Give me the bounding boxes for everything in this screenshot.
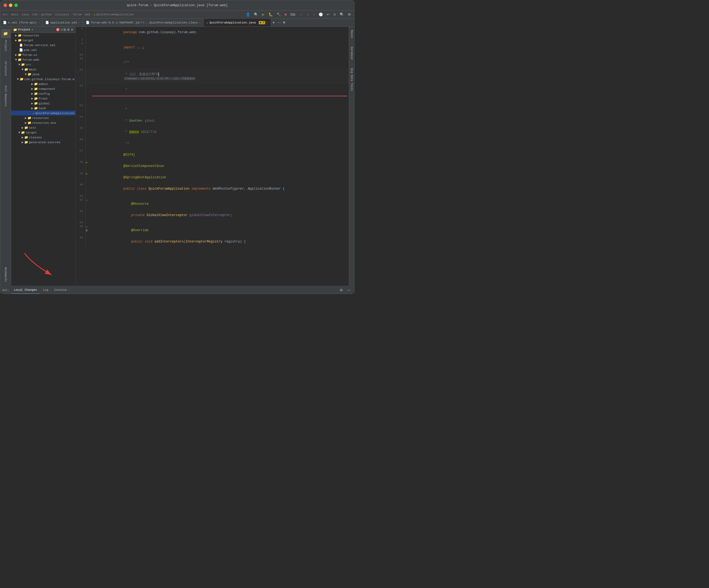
- tree-item-global[interactable]: ▶ 📁 global: [11, 101, 76, 106]
- tab-nxml-close[interactable]: ✕: [38, 21, 40, 24]
- line-code[interactable]: @ServletComponentScan: [90, 160, 349, 172]
- gutter-reload-icon[interactable]: ↻: [86, 199, 88, 202]
- bc-com[interactable]: com: [32, 13, 37, 16]
- tab-nxml[interactable]: 📄 n.xml (form-api) ✕: [0, 19, 43, 26]
- tree-item-java[interactable]: ▼ 📁 java: [11, 72, 76, 77]
- gutter-run2-icon[interactable]: ▶: [86, 172, 88, 175]
- tree-collapse-btn[interactable]: ≡: [61, 28, 62, 31]
- line-code[interactable]: public void addInterceptors(InterceptorR…: [90, 236, 349, 247]
- line-code[interactable]: public class QuickForumApplication imple…: [90, 183, 349, 194]
- sidebar-bookmarks-label[interactable]: Bookmarks: [3, 266, 7, 284]
- panel-collapse-btn[interactable]: —: [346, 287, 352, 293]
- bc-src[interactable]: src: [2, 13, 8, 16]
- close-button[interactable]: [3, 3, 7, 7]
- line-code[interactable]: @Resource: [90, 198, 349, 210]
- git-push[interactable]: ↑: [312, 12, 316, 17]
- line-code[interactable]: *: [90, 84, 349, 104]
- tree-locate-btn[interactable]: 🎯: [56, 28, 60, 31]
- tree-item-pom[interactable]: 📄 pom.xml: [11, 48, 76, 52]
- tree-dropdown[interactable]: ▾: [31, 28, 33, 31]
- tree-close-btn[interactable]: ✕: [71, 28, 73, 31]
- more-tabs-btn[interactable]: ▾: [271, 21, 276, 25]
- tree-sort-btn[interactable]: ⊞: [63, 28, 66, 31]
- settings-gear-btn[interactable]: ⚙: [338, 287, 344, 293]
- tree-item-config[interactable]: ▶ 📁 config: [11, 91, 76, 96]
- sidebar-pullrequests-label[interactable]: Pull Requests: [3, 84, 7, 108]
- sidebar-structure-label[interactable]: Structure: [3, 60, 7, 77]
- run-btn[interactable]: ▶: [261, 12, 266, 17]
- tree-item-generated[interactable]: ▶ 📁 generated-sources: [11, 140, 76, 144]
- gutter-run-icon[interactable]: ▶: [86, 161, 88, 164]
- line-code[interactable]: [90, 53, 349, 57]
- tab-yml[interactable]: 📄 application.yml ✕: [43, 19, 83, 26]
- line-code[interactable]: *: [90, 104, 349, 115]
- sidebar-project-label[interactable]: Project: [3, 38, 7, 53]
- tab-console[interactable]: Console ✕: [52, 286, 72, 294]
- editor-scroll[interactable]: 1 package com.github.liuyueyi.forum.web;…: [76, 27, 349, 286]
- tab-local-changes[interactable]: Local Changes: [11, 286, 40, 294]
- tab-settings-btn[interactable]: ⋯: [276, 20, 282, 25]
- tab-log[interactable]: Log: [40, 286, 51, 294]
- tree-item-hook[interactable]: ▶ 📁 hook: [11, 106, 76, 111]
- user-icon[interactable]: 👤: [245, 12, 251, 17]
- tree-item-iml[interactable]: 📋 forum-service.iml: [11, 43, 76, 48]
- line-code[interactable]: @SpringBootApplication: [90, 172, 349, 183]
- git-history[interactable]: 🕐: [318, 12, 324, 17]
- tree-settings-btn[interactable]: ⚙: [67, 28, 70, 31]
- tree-item-test[interactable]: ▶ 📁 test: [11, 125, 76, 130]
- debug-btn[interactable]: 🐛: [267, 12, 274, 17]
- line-code[interactable]: package com.github.liuyueyi.forum.web;: [90, 27, 349, 38]
- line-code[interactable]: * @date 2022/7/6: [90, 127, 349, 138]
- bc-forum[interactable]: forum: [73, 13, 82, 16]
- maven-icon[interactable]: m: [283, 21, 285, 25]
- console-close[interactable]: ✕: [68, 288, 69, 292]
- search-btn[interactable]: 🔍: [339, 12, 345, 17]
- database-panel-label[interactable]: Database: [350, 46, 354, 61]
- sidebar-project-btn[interactable]: 📁: [1, 29, 10, 38]
- tab-class[interactable]: 📄 forum-web-0.0.1-SNAPSHOT.jar!/...Quick…: [83, 19, 204, 26]
- line-code[interactable]: import ...;: [90, 42, 349, 53]
- line-code[interactable]: @Slf4j: [90, 149, 349, 160]
- tree-item-target1[interactable]: ▶ 📁 target: [11, 38, 76, 43]
- git-undo[interactable]: ↩: [325, 12, 331, 17]
- line-code[interactable]: [90, 194, 349, 198]
- tab-java-close[interactable]: ✕: [266, 21, 268, 24]
- line-code[interactable]: [90, 221, 349, 225]
- tree-item-forum-ui[interactable]: ▶ 📁 forum-ui: [11, 52, 76, 57]
- line-code[interactable]: * @author yihui: [90, 115, 349, 127]
- tree-item-src[interactable]: ▼ 📁 src: [11, 62, 76, 67]
- bc-web[interactable]: web: [85, 13, 90, 16]
- gutter-override-icon[interactable]: ◎: [86, 225, 87, 228]
- tree-item-resources2[interactable]: ▶ 📁 resources: [11, 115, 76, 120]
- bc-java[interactable]: java: [22, 13, 29, 16]
- line-code[interactable]: */: [90, 138, 349, 149]
- settings-btn[interactable]: ⚙: [347, 12, 352, 17]
- git-check2[interactable]: ✓: [306, 12, 311, 17]
- line-code[interactable]: [90, 38, 349, 42]
- tree-item-admin[interactable]: ▶ 📁 admin: [11, 81, 76, 86]
- tree-item-component[interactable]: ▶ 📁 component: [11, 86, 76, 91]
- bc-class[interactable]: ☕QuickForumApplication: [94, 13, 134, 16]
- tree-item-resources[interactable]: ▶ 📁 resources: [11, 33, 76, 38]
- stop-btn[interactable]: ■: [284, 12, 288, 17]
- build-btn[interactable]: 🔨: [275, 12, 282, 17]
- bigdata-panel-label[interactable]: Big Data Tools: [350, 67, 354, 92]
- line-code[interactable]: @Override: [90, 225, 349, 236]
- bc-main[interactable]: main: [11, 13, 18, 16]
- tree-item-target2[interactable]: ▼ 📁 target: [11, 130, 76, 135]
- tab-yml-close[interactable]: ✕: [79, 21, 80, 24]
- tree-item-forum-web[interactable]: ▼ 📁 forum-web: [11, 57, 76, 62]
- tree-item-quickforum[interactable]: ☕ QuickForumApplication: [11, 111, 76, 115]
- tab-java[interactable]: ☕ QuickForumApplication.java ▲ 2 ✕: [204, 19, 271, 26]
- line-code[interactable]: * 入口，直接运行即可 itwanger, 10/13/22, 8:57 PM …: [90, 68, 349, 84]
- tree-item-front[interactable]: ▶ 📁 front: [11, 96, 76, 101]
- translate-btn[interactable]: A: [332, 12, 337, 17]
- tree-item-resources-env[interactable]: ▶ 📁 resources-env: [11, 120, 76, 125]
- tree-item-main[interactable]: ▼ 📁 main: [11, 67, 76, 72]
- line-code[interactable]: private GlobalViewInterceptor globalView…: [90, 210, 349, 221]
- line-code[interactable]: /**: [90, 57, 349, 68]
- maximize-button[interactable]: [14, 3, 18, 7]
- tab-class-close[interactable]: ✕: [199, 21, 201, 24]
- bc-liuyueyi[interactable]: liuyueyi: [55, 13, 69, 16]
- tree-item-classes[interactable]: ▶ 📁 classes: [11, 135, 76, 140]
